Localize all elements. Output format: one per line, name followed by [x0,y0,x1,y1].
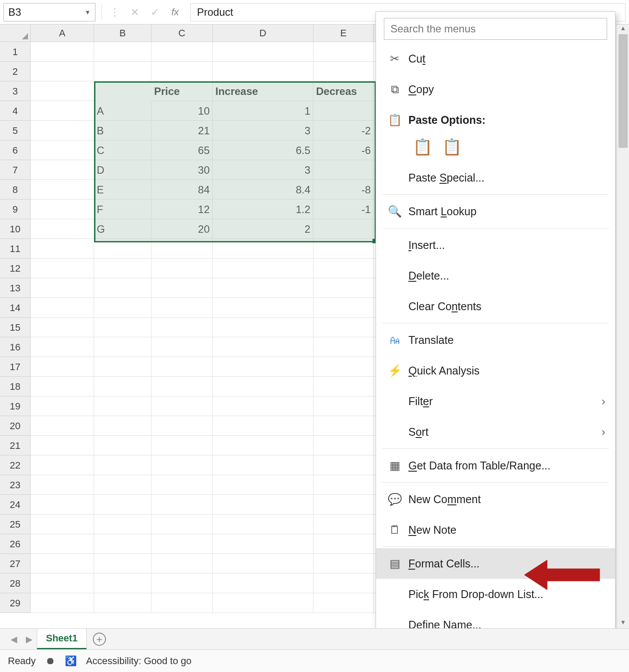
row-header[interactable]: 4 [0,101,31,121]
cell-A17[interactable] [31,357,94,377]
cell-B26[interactable] [94,534,151,554]
cell-D20[interactable] [213,416,313,436]
row-header[interactable]: 19 [0,396,31,416]
cell-D23[interactable] [213,475,313,495]
cell-E16[interactable] [313,337,374,357]
cell-C25[interactable] [151,514,213,534]
menu-translate[interactable]: 🗛 Translate [376,325,615,355]
row-header[interactable]: 18 [0,377,31,396]
row-header[interactable]: 14 [0,298,31,318]
cell-E6[interactable]: -6 [313,140,374,160]
cell-E18[interactable] [313,377,374,396]
cell-B12[interactable] [94,259,151,278]
fx-icon[interactable]: fx [165,2,185,22]
cell-B8[interactable]: E [94,180,151,200]
row-header[interactable]: 22 [0,455,31,475]
vertical-scrollbar[interactable]: ▲ ▼ [617,24,629,628]
cell-A12[interactable] [31,259,94,278]
cell-A9[interactable] [31,200,94,219]
name-box[interactable]: B3 ▼ [4,3,95,21]
menu-quick-analysis[interactable]: ⚡ Quick Analysis [376,355,615,386]
cell-C20[interactable] [151,416,213,436]
cell-B18[interactable] [94,377,151,396]
row-header[interactable]: 12 [0,259,31,278]
menu-cut[interactable]: ✂ Cut [376,43,615,74]
cell-B27[interactable] [94,554,151,574]
cell-E2[interactable] [313,62,374,81]
row-header[interactable]: 26 [0,534,31,554]
row-header[interactable]: 23 [0,475,31,495]
cell-A27[interactable] [31,554,94,574]
cell-C4[interactable]: 10 [151,101,213,121]
menu-sort[interactable]: Sort › [376,416,615,447]
cell-D8[interactable]: 8.4 [213,180,313,200]
cell-D22[interactable] [213,455,313,475]
cell-E20[interactable] [313,416,374,436]
cell-D9[interactable]: 1.2 [213,200,313,219]
cell-E1[interactable] [313,42,374,62]
cell-A28[interactable] [31,574,94,593]
col-header-B[interactable]: B [94,24,151,42]
cell-D1[interactable] [213,42,313,62]
menu-filter[interactable]: Filter › [376,386,615,416]
cell-D17[interactable] [213,357,313,377]
cell-C14[interactable] [151,298,213,318]
menu-clear-contents[interactable]: Clear Contents [376,291,615,322]
cell-C10[interactable]: 20 [151,219,213,239]
paste-icon[interactable]: 📋 [413,138,432,156]
cell-C16[interactable] [151,337,213,357]
cell-B21[interactable] [94,436,151,455]
cell-B4[interactable]: A [94,101,151,121]
cell-D15[interactable] [213,318,313,337]
cell-D4[interactable]: 1 [213,101,313,121]
row-header[interactable]: 13 [0,278,31,298]
cell-A19[interactable] [31,396,94,416]
cell-C5[interactable]: 21 [151,121,213,140]
cell-D25[interactable] [213,514,313,534]
row-header[interactable]: 8 [0,180,31,200]
cell-E22[interactable] [313,455,374,475]
row-header[interactable]: 1 [0,42,31,62]
cell-D12[interactable] [213,259,313,278]
row-header[interactable]: 11 [0,239,31,259]
row-header[interactable]: 28 [0,574,31,593]
cell-B15[interactable] [94,318,151,337]
sheet-tab-active[interactable]: Sheet1 [37,629,87,649]
cell-C11[interactable] [151,239,213,259]
cell-E17[interactable] [313,357,374,377]
cell-B1[interactable] [94,42,151,62]
cell-D3[interactable]: Increase [213,81,313,101]
cell-E9[interactable]: -1 [313,200,374,219]
menu-new-comment[interactable]: 💬 New Comment [376,484,615,514]
cell-B3[interactable]: Product [94,81,151,101]
cell-C24[interactable] [151,495,213,514]
cell-D14[interactable] [213,298,313,318]
cell-A1[interactable] [31,42,94,62]
add-sheet-button[interactable]: ＋ [93,633,106,646]
cell-B29[interactable] [94,593,151,613]
cell-C12[interactable] [151,259,213,278]
row-header[interactable]: 29 [0,593,31,613]
cell-B16[interactable] [94,337,151,357]
cell-E8[interactable]: -8 [313,180,374,200]
cell-A7[interactable] [31,160,94,180]
cell-C8[interactable]: 84 [151,180,213,200]
cell-E14[interactable] [313,298,374,318]
cell-D29[interactable] [213,593,313,613]
menu-smart-lookup[interactable]: 🔍 Smart Lookup [376,196,615,227]
cell-B2[interactable] [94,62,151,81]
menu-copy[interactable]: ⧉ Copy [376,74,615,105]
cell-C22[interactable] [151,455,213,475]
cell-C26[interactable] [151,534,213,554]
cell-B25[interactable] [94,514,151,534]
cell-A13[interactable] [31,278,94,298]
cell-B22[interactable] [94,455,151,475]
cell-C15[interactable] [151,318,213,337]
cell-E19[interactable] [313,396,374,416]
col-header-C[interactable]: C [151,24,213,42]
cell-C23[interactable] [151,475,213,495]
cell-C17[interactable] [151,357,213,377]
cell-E4[interactable] [313,101,374,121]
cell-A14[interactable] [31,298,94,318]
cell-B7[interactable]: D [94,160,151,180]
